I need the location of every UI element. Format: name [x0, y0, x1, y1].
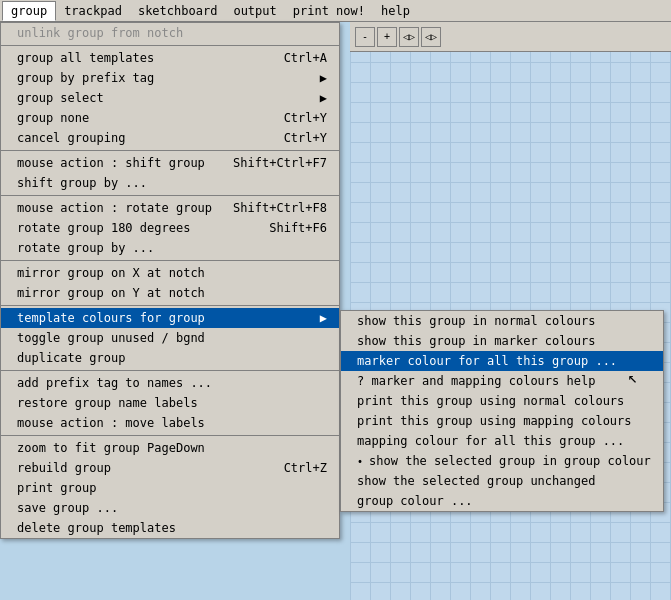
menu-delete-templates[interactable]: delete group templates	[1, 518, 339, 538]
template-colours-submenu: show this group in normal colours show t…	[340, 310, 664, 512]
menu-sketchboard[interactable]: sketchboard	[130, 2, 225, 20]
nav-right-button[interactable]: ◁▷	[421, 27, 441, 47]
menu-move-labels[interactable]: mouse action : move labels	[1, 413, 339, 433]
zoom-in-button[interactable]: +	[377, 27, 397, 47]
submenu-group-colour[interactable]: group colour ...	[341, 491, 663, 511]
menu-print-group[interactable]: print group	[1, 478, 339, 498]
submenu-marker-colour-all[interactable]: marker colour for all this group ...	[341, 351, 663, 371]
menu-rebuild-group[interactable]: rebuild group Ctrl+Z	[1, 458, 339, 478]
menu-duplicate-group[interactable]: duplicate group	[1, 348, 339, 368]
submenu-print-normal[interactable]: print this group using normal colours	[341, 391, 663, 411]
nav-left-button[interactable]: ◁▷	[399, 27, 419, 47]
submenu-mapping-colour-all[interactable]: mapping colour for all this group ...	[341, 431, 663, 451]
menu-restore-labels[interactable]: restore group name labels	[1, 393, 339, 413]
menu-mirror-x[interactable]: mirror group on X at notch	[1, 263, 339, 283]
toolbar: - + ◁▷ ◁▷	[350, 22, 671, 52]
menu-zoom-fit[interactable]: zoom to fit group PageDown	[1, 438, 339, 458]
menu-printnow[interactable]: print now!	[285, 2, 373, 20]
menu-group-select[interactable]: group select ▶	[1, 88, 339, 108]
menu-mouse-action-rotate[interactable]: mouse action : rotate group Shift+Ctrl+F…	[1, 198, 339, 218]
menu-unlink-group: unlink group from notch	[1, 23, 339, 43]
menu-toggle-unused[interactable]: toggle group unused / bgnd	[1, 328, 339, 348]
zoom-out-button[interactable]: -	[355, 27, 375, 47]
menu-group-by-prefix-tag[interactable]: group by prefix tag ▶	[1, 68, 339, 88]
menu-rotate-180[interactable]: rotate group 180 degrees Shift+F6	[1, 218, 339, 238]
menu-shift-group-by[interactable]: shift group by ...	[1, 173, 339, 193]
menubar: group trackpad sketchboard output print …	[0, 0, 671, 22]
menu-trackpad[interactable]: trackpad	[56, 2, 130, 20]
submenu-normal-colours[interactable]: show this group in normal colours	[341, 311, 663, 331]
menu-help[interactable]: help	[373, 2, 418, 20]
menu-mouse-action-shift[interactable]: mouse action : shift group Shift+Ctrl+F7	[1, 153, 339, 173]
menu-output[interactable]: output	[225, 2, 284, 20]
submenu-show-unchanged[interactable]: show the selected group unchanged	[341, 471, 663, 491]
submenu-marker-colours[interactable]: show this group in marker colours	[341, 331, 663, 351]
menu-cancel-grouping[interactable]: cancel grouping Ctrl+Y	[1, 128, 339, 148]
menu-template-colours[interactable]: template colours for group ▶	[1, 308, 339, 328]
menu-group-none[interactable]: group none Ctrl+Y	[1, 108, 339, 128]
menu-add-prefix[interactable]: add prefix tag to names ...	[1, 373, 339, 393]
group-menu-dropdown: unlink group from notch group all templa…	[0, 22, 340, 539]
menu-group-all-templates[interactable]: group all templates Ctrl+A	[1, 48, 339, 68]
menu-save-group[interactable]: save group ...	[1, 498, 339, 518]
menu-rotate-by[interactable]: rotate group by ...	[1, 238, 339, 258]
menu-group[interactable]: group	[2, 1, 56, 21]
submenu-mapping-help[interactable]: ? marker and mapping colours help	[341, 371, 663, 391]
menu-mirror-y[interactable]: mirror group on Y at notch	[1, 283, 339, 303]
submenu-print-mapping[interactable]: print this group using mapping colours	[341, 411, 663, 431]
submenu-show-group-colour[interactable]: • show the selected group in group colou…	[341, 451, 663, 471]
